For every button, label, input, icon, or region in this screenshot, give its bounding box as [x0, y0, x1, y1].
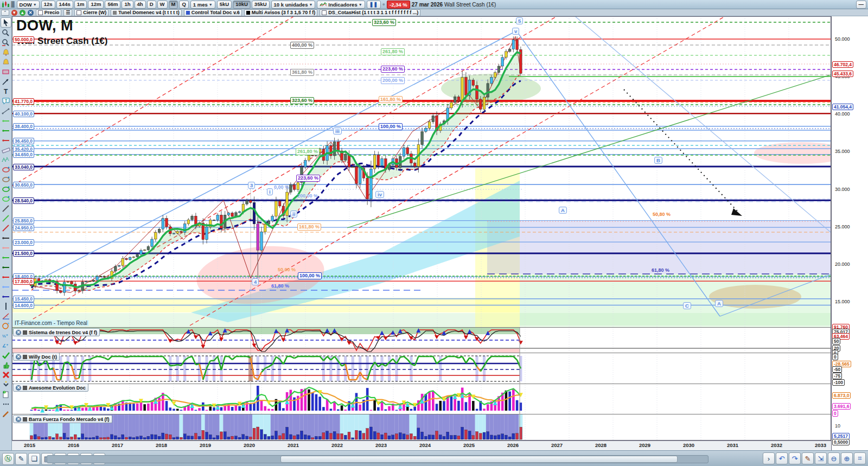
color-swatch[interactable] — [113, 11, 117, 15]
timeframe-button-q[interactable]: Q — [179, 1, 188, 9]
panel-header-sistema[interactable]: ✕Sistema de trenes Doc v4 (f f) — [13, 328, 100, 336]
layout-grid-icon[interactable]: ▦▦ — [11, 1, 15, 8]
checkbox[interactable] — [322, 10, 327, 15]
hline-blue-tool-icon[interactable] — [1, 282, 11, 291]
fibonacci-tool-icon[interactable]: ⅓⁺ — [1, 331, 11, 340]
unit-button-10ku[interactable]: 10kU — [233, 1, 251, 9]
share-icon[interactable]: ✎ — [15, 453, 27, 465]
zoom-out-icon[interactable]: ⊖ — [828, 452, 840, 464]
scrollbar-thumb[interactable] — [280, 456, 678, 463]
remove-indicator-button[interactable]: ▼ — [11, 10, 17, 16]
units-select[interactable]: 10 k unidades▼ — [271, 1, 316, 9]
close-icon[interactable]: ✕ — [16, 385, 21, 391]
fullscreen-icon[interactable]: ⌗ — [854, 452, 866, 464]
platform-logo-icon[interactable]: Ⓝ — [2, 453, 14, 465]
collapse-tools-icon[interactable] — [1, 380, 11, 389]
vline-tool-icon[interactable] — [1, 302, 11, 311]
multi-avisos-item[interactable]: Multi Avisos (3 f 3 1,5 70 f f) — [244, 9, 317, 16]
minimize-button[interactable]: — — [856, 1, 867, 9]
delete-tool-icon[interactable] — [1, 370, 11, 379]
timeframe-button-m[interactable]: M — [169, 1, 178, 9]
hline-navy-tool-icon[interactable] — [1, 292, 11, 301]
close-overlay-button[interactable]: ✕ — [28, 10, 34, 16]
ellipse-red-tool-icon[interactable] — [1, 165, 11, 174]
color-swatch[interactable] — [246, 11, 250, 15]
timeframe-button-1h[interactable]: 1h — [122, 1, 133, 9]
price-axis[interactable]: 50.00045.00040.00035.00030.00025.00020.0… — [831, 16, 868, 450]
chart-scrollbar[interactable] — [47, 455, 709, 463]
panel-header-willy[interactable]: ✕Willy Doc (t) — [13, 353, 60, 361]
close-icon[interactable]: ✕ — [16, 417, 21, 422]
price-checkbox[interactable]: Precio — [36, 9, 62, 16]
record-dot-icon[interactable]: ● — [382, 2, 385, 7]
hline-pink-tool-icon[interactable] — [1, 243, 11, 252]
alarm-tool-icon[interactable] — [1, 48, 11, 57]
unit-button-5ku[interactable]: 5kU — [217, 1, 232, 9]
more-tools-icon[interactable] — [1, 399, 11, 408]
color-swatch[interactable] — [186, 11, 190, 15]
ruler-tool-icon[interactable] — [1, 145, 11, 155]
checkbox[interactable] — [38, 10, 43, 15]
collapse-arrow-icon[interactable]: ⌃ — [1, 10, 9, 16]
note-bubble-tool-icon[interactable]: T — [1, 97, 11, 106]
zoom-in-icon[interactable]: ⊕ — [841, 452, 853, 464]
segment-tool-icon[interactable] — [1, 106, 11, 116]
indicators-button[interactable]: Indicadores▼ — [317, 1, 365, 9]
pointer-tool-icon[interactable] — [1, 17, 11, 28]
timeframe-button-d[interactable]: D — [147, 1, 156, 9]
diagonal-green-tool-icon[interactable] — [1, 214, 11, 223]
close-icon[interactable]: ✕ — [16, 354, 21, 360]
timeframe-button-144s[interactable]: 144s — [56, 1, 73, 9]
hline-green-tool-icon[interactable] — [1, 116, 11, 125]
chat-icon[interactable]: ❏ — [28, 453, 40, 465]
timeframe-button-12s[interactable]: 12s — [41, 1, 55, 9]
diagonal-gray-tool-icon[interactable] — [1, 204, 11, 213]
checkbox[interactable] — [76, 10, 81, 15]
timeframe-button-56m[interactable]: 56m — [105, 1, 120, 9]
time-axis[interactable]: 2015201620172018201920202021202220232024… — [12, 441, 831, 451]
ellipse-brown-tool-icon[interactable] — [1, 175, 11, 184]
edit-chart-icon[interactable]: ✎ — [802, 452, 814, 464]
undo-icon[interactable]: ↶ — [776, 452, 788, 464]
diagonal-red-tool-icon[interactable] — [1, 224, 11, 233]
hline-deepgreen-tool-icon[interactable] — [1, 263, 11, 272]
zoom-in-tool-icon[interactable] — [1, 28, 11, 37]
zigzag-tool-icon[interactable] — [1, 155, 11, 164]
add-indicator-button[interactable]: ▲ — [20, 10, 25, 16]
hline-darkgreen-tool-icon[interactable] — [1, 126, 11, 135]
cierre-checkbox[interactable]: Cierre (W) — [74, 9, 108, 16]
unit-button-35ku[interactable]: 35kU — [252, 1, 270, 9]
panel-header-awesome[interactable]: ✕Awesome Evolution Doc — [13, 384, 88, 392]
period-select[interactable]: 1 mes▼ — [190, 1, 215, 9]
fibonacci-fan-tool-icon[interactable]: ∠⁺ — [1, 341, 11, 350]
circle-tool-icon[interactable]: + — [1, 321, 11, 330]
scroll-right-icon[interactable]: › — [763, 452, 775, 464]
redo-icon[interactable]: ↷ — [789, 452, 801, 464]
tunel-domenec-item[interactable]: Tunel Domenec v4 (t t t t t) — [111, 9, 181, 16]
list-icon[interactable]: ☰ — [63, 9, 72, 16]
symbol-select[interactable]: DOW▼ — [17, 1, 40, 9]
timeframe-button-4h[interactable]: 4h — [135, 1, 146, 9]
alarm-zone-tool-icon[interactable] — [1, 58, 11, 67]
chart-canvas[interactable]: DOW, M Wall Street Cash (1€) IT-Finance.… — [12, 16, 831, 441]
pause-button[interactable]: ❚❚ — [367, 1, 381, 9]
zoom-fit-icon[interactable]: ⇲ — [815, 452, 827, 464]
close-icon[interactable]: ✕ — [16, 330, 21, 335]
hline-red2-tool-icon[interactable] — [1, 272, 11, 282]
timeframe-button-w[interactable]: W — [157, 1, 168, 9]
ellipse-green-tool-icon[interactable] — [1, 184, 11, 194]
angle-tool-icon[interactable]: ° — [1, 311, 11, 321]
timeframe-button-12m[interactable]: 12m — [88, 1, 104, 9]
timeframe-button-1m[interactable]: 1m — [74, 1, 87, 9]
orders-panel-icon[interactable]: 1 — [1, 390, 11, 399]
trend-arrow-tool-icon[interactable] — [1, 77, 11, 86]
rectangle-tool-icon[interactable] — [1, 67, 11, 76]
zoom-select-tool-icon[interactable] — [1, 38, 11, 47]
draw-tool-icon[interactable] — [1, 409, 11, 418]
text-tool-icon[interactable]: T — [1, 87, 11, 96]
hline-green2-tool-icon[interactable] — [1, 253, 11, 262]
control-total-item[interactable]: Control Total Doc v.6 — [184, 9, 242, 16]
confirm-tool-icon[interactable] — [1, 350, 11, 360]
ellipse-lightgreen-tool-icon[interactable] — [1, 194, 11, 203]
like-tool-icon[interactable] — [1, 360, 11, 369]
